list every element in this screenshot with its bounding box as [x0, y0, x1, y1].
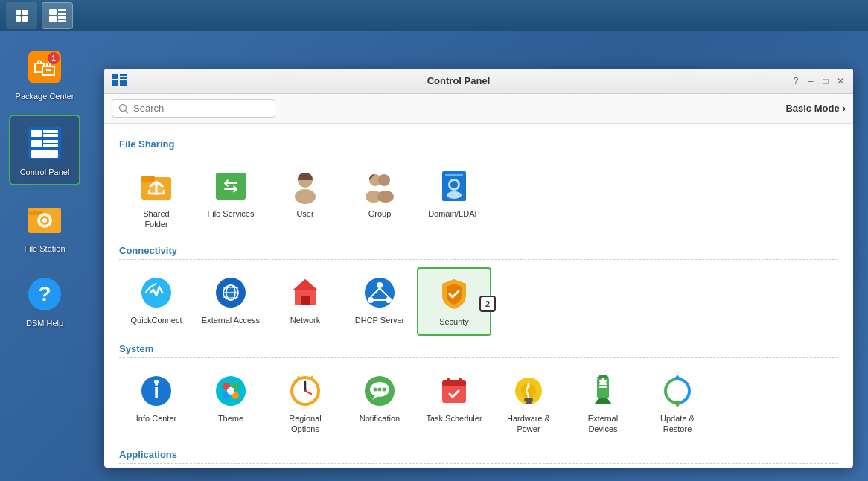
- cp-item-theme[interactable]: Theme: [194, 366, 268, 442]
- svg-rect-5: [58, 9, 66, 11]
- cp-item-domain-ldap[interactable]: Domain/LDAP: [417, 161, 491, 238]
- external-devices-icon: [585, 373, 621, 409]
- cp-label-external-devices: ExternalDevices: [588, 413, 618, 435]
- svg-rect-100: [524, 398, 533, 401]
- svg-text:1: 1: [51, 54, 56, 63]
- svg-rect-21: [31, 150, 58, 158]
- svg-rect-7: [49, 16, 57, 22]
- cp-item-update-restore[interactable]: Update &Restore: [640, 366, 715, 442]
- section-connectivity: Connectivity: [119, 245, 838, 260]
- svg-rect-33: [120, 80, 127, 83]
- sidebar: 🛍 1 Package Center: [0, 31, 89, 481]
- svg-rect-58: [301, 296, 310, 305]
- cp-label-user: User: [296, 208, 313, 219]
- basic-mode-link[interactable]: Basic Mode ›: [785, 103, 846, 114]
- sidebar-label-file-station: File Station: [24, 243, 65, 254]
- shared-folder-icon: [138, 168, 174, 204]
- network-icon: [287, 275, 323, 310]
- sidebar-label-package-center: Package Center: [16, 91, 74, 101]
- apps-button[interactable]: [6, 2, 37, 29]
- svg-rect-34: [120, 83, 127, 86]
- search-input[interactable]: [133, 103, 252, 114]
- window-title: Control Panel: [127, 75, 791, 86]
- theme-icon: [213, 373, 249, 409]
- regional-options-icon: [287, 373, 323, 409]
- svg-marker-109: [673, 401, 682, 407]
- sidebar-label-dsm-help: DSM Help: [26, 318, 63, 328]
- control-panel-icon-area: [24, 122, 66, 164]
- cp-label-notification: Notification: [360, 413, 400, 424]
- cp-item-security[interactable]: Security 2: [417, 267, 491, 336]
- cp-label-security: Security: [439, 316, 469, 327]
- cp-item-dhcp-server[interactable]: DHCP Server: [342, 267, 417, 336]
- hardware-power-icon: [511, 373, 546, 409]
- cp-item-external-access[interactable]: External Access: [194, 267, 268, 336]
- cp-item-quickconnect[interactable]: QuickConnect: [119, 267, 194, 336]
- package-center-icon-area: 🛍 1: [24, 46, 66, 88]
- cp-label-network: Network: [290, 315, 320, 325]
- svg-rect-16: [43, 130, 58, 133]
- sidebar-item-package-center[interactable]: 🛍 1 Package Center: [9, 40, 80, 107]
- sidebar-item-file-station[interactable]: File Station: [9, 193, 80, 260]
- search-box[interactable]: [112, 99, 275, 118]
- svg-rect-31: [120, 77, 127, 79]
- security-icon: [436, 276, 472, 312]
- info-center-icon: i: [138, 373, 174, 409]
- cp-label-group: Group: [368, 208, 392, 219]
- svg-rect-2: [16, 16, 21, 22]
- svg-rect-106: [599, 386, 607, 388]
- svg-line-36: [126, 110, 129, 113]
- cp-item-group[interactable]: Group: [342, 161, 417, 238]
- close-button[interactable]: ✕: [835, 76, 846, 86]
- file-sharing-grid: SharedFolder ⇆ File Services: [119, 161, 838, 238]
- svg-point-75: [227, 387, 234, 395]
- svg-rect-9: [58, 20, 66, 22]
- cp-item-network[interactable]: Network: [268, 267, 342, 336]
- dsm-help-icon-area: ?: [24, 273, 66, 315]
- help-button[interactable]: ?: [791, 76, 801, 86]
- user-icon: [287, 168, 323, 204]
- cp-item-regional-options[interactable]: RegionalOptions: [268, 366, 342, 442]
- window-app-icon: [112, 74, 127, 89]
- chevron-right-icon: ›: [843, 103, 846, 114]
- quickconnect-icon: [138, 275, 174, 310]
- svg-rect-15: [31, 130, 42, 137]
- cp-item-notification[interactable]: Notification: [342, 366, 417, 442]
- sidebar-label-control-panel: Control Panel: [20, 167, 70, 177]
- cp-item-user[interactable]: User: [268, 161, 342, 238]
- file-services-icon: ⇆: [213, 168, 249, 204]
- svg-point-45: [378, 174, 390, 186]
- cp-label-update-restore: Update &Restore: [660, 413, 695, 435]
- step-badge-security: 2: [479, 296, 496, 312]
- svg-marker-108: [673, 375, 682, 380]
- svg-rect-8: [58, 16, 66, 19]
- cp-item-hardware-power[interactable]: Hardware &Power: [491, 366, 566, 442]
- system-grid: i Info Center: [119, 366, 838, 442]
- svg-rect-91: [447, 378, 450, 383]
- svg-rect-0: [16, 10, 21, 15]
- svg-rect-32: [112, 80, 118, 86]
- minimize-button[interactable]: –: [805, 76, 816, 86]
- svg-rect-49: [445, 174, 463, 176]
- svg-rect-101: [526, 401, 532, 404]
- cp-item-file-services[interactable]: ⇆ File Services: [194, 161, 268, 238]
- svg-point-52: [447, 191, 462, 199]
- control-panel-taskbar-button[interactable]: [42, 2, 73, 29]
- cp-label-task-scheduler: Task Scheduler: [426, 413, 482, 424]
- file-station-icon-area: [24, 199, 66, 241]
- sidebar-item-control-panel[interactable]: Control Panel: [9, 115, 80, 185]
- cp-item-shared-folder[interactable]: SharedFolder: [119, 161, 194, 238]
- cp-item-info-center[interactable]: i Info Center: [119, 366, 194, 442]
- maximize-button[interactable]: □: [820, 76, 831, 86]
- svg-rect-20: [43, 144, 58, 147]
- control-panel-window: Control Panel ? – □ ✕ Basic Mode ›: [104, 69, 853, 468]
- cp-label-external-access: External Access: [202, 315, 260, 325]
- svg-point-35: [120, 104, 127, 111]
- svg-point-86: [374, 387, 377, 391]
- sidebar-item-dsm-help[interactable]: ? DSM Help: [9, 267, 80, 334]
- cp-item-external-devices[interactable]: ExternalDevices: [566, 366, 640, 442]
- search-icon: [118, 103, 129, 114]
- dhcp-server-icon: [362, 275, 398, 310]
- svg-point-61: [377, 282, 383, 288]
- cp-item-task-scheduler[interactable]: Task Scheduler: [417, 366, 491, 442]
